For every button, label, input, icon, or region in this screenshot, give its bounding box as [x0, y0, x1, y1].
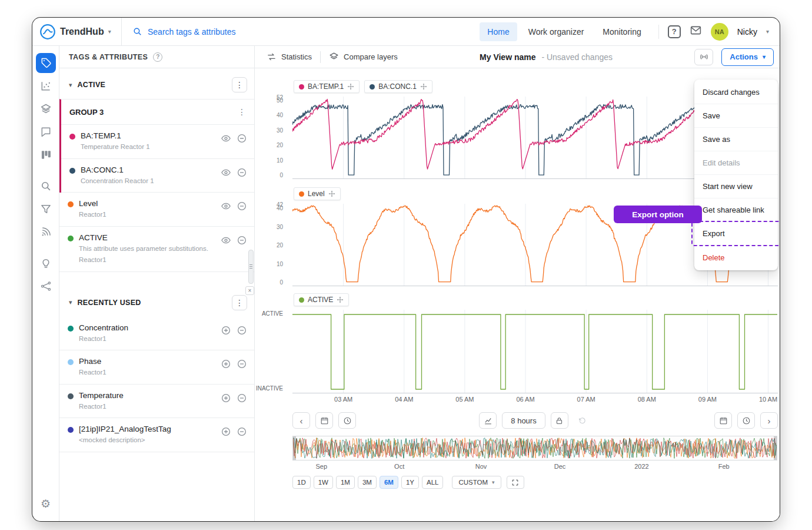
- add-plus-icon[interactable]: [221, 359, 231, 369]
- range-1w-button[interactable]: 1W: [314, 476, 333, 489]
- remove-minus-icon[interactable]: [237, 133, 247, 144]
- visibility-eye-icon[interactable]: [221, 235, 231, 246]
- user-name[interactable]: Nicky: [737, 27, 757, 37]
- add-plus-icon[interactable]: [221, 393, 231, 403]
- ideas-lightbulb-icon[interactable]: [36, 253, 56, 273]
- mail-icon[interactable]: [690, 24, 702, 39]
- nav-work-organizer[interactable]: Work organizer: [521, 22, 592, 41]
- nav-monitoring[interactable]: Monitoring: [595, 22, 648, 41]
- remove-minus-icon[interactable]: [237, 325, 247, 336]
- move-icon[interactable]: [420, 83, 427, 90]
- range-1m-button[interactable]: 1M: [336, 476, 355, 489]
- legend-chip[interactable]: ACTIVE: [294, 293, 349, 306]
- tag-item[interactable]: ACTIVE This attribute uses parameter sub…: [59, 227, 254, 272]
- nav-home[interactable]: Home: [480, 22, 517, 41]
- range-3m-button[interactable]: 3M: [358, 476, 377, 489]
- panel-help-icon[interactable]: ?: [153, 52, 162, 62]
- active-section-menu-icon[interactable]: ⋮: [232, 77, 247, 92]
- remove-minus-icon[interactable]: [237, 201, 247, 211]
- dashboard-icon[interactable]: [36, 145, 56, 165]
- group-menu-icon[interactable]: ⋮: [238, 107, 246, 117]
- analysis-scatter-icon[interactable]: [36, 76, 56, 96]
- range-handle-left[interactable]: [293, 436, 296, 460]
- tag-item[interactable]: Level Reactor1: [59, 193, 254, 227]
- visibility-eye-icon[interactable]: [221, 133, 231, 144]
- move-icon[interactable]: [337, 296, 344, 303]
- avatar[interactable]: NA: [711, 23, 728, 41]
- series-color-dot: [299, 191, 304, 197]
- remove-minus-icon[interactable]: [237, 393, 247, 403]
- recent-item[interactable]: Phase Reactor1: [59, 350, 254, 385]
- add-plus-icon[interactable]: [221, 325, 231, 336]
- end-clock-icon[interactable]: [737, 412, 755, 429]
- menu-item-save-as[interactable]: Save as: [694, 128, 778, 151]
- user-chevron-down-icon[interactable]: ▾: [766, 28, 769, 35]
- range-6m-button[interactable]: 6M: [380, 476, 398, 489]
- rail-search-icon[interactable]: [36, 176, 56, 196]
- tag-item[interactable]: BA:TEMP.1 Temperature Reactor 1: [61, 125, 254, 159]
- section-collapse-icon[interactable]: ▾: [69, 299, 72, 306]
- add-plus-icon[interactable]: [221, 426, 231, 437]
- menu-item-delete[interactable]: Delete: [694, 246, 778, 269]
- pan-left-icon[interactable]: ‹: [292, 412, 310, 429]
- panel-close-icon[interactable]: ×: [245, 286, 254, 295]
- chevron-down-icon[interactable]: ▾: [108, 28, 111, 35]
- layers-icon[interactable]: [36, 99, 56, 119]
- remove-minus-icon[interactable]: [237, 235, 247, 246]
- recent-item[interactable]: Temperature Reactor1: [59, 385, 254, 419]
- trend-slope-icon[interactable]: [479, 412, 497, 429]
- move-icon[interactable]: [347, 83, 354, 90]
- time-window-select[interactable]: 8 hours: [502, 412, 545, 429]
- y-axis-labels: ACTIVE INACTIVE: [255, 310, 288, 393]
- remove-minus-icon[interactable]: [237, 167, 247, 178]
- filter-funnel-icon[interactable]: [36, 199, 56, 219]
- panel-scrollbar-thumb[interactable]: [248, 250, 254, 284]
- actions-button[interactable]: Actions ▾: [721, 48, 774, 66]
- settings-gear-icon[interactable]: ⚙: [36, 494, 56, 514]
- range-1d-button[interactable]: 1D: [292, 476, 311, 489]
- start-calendar-icon[interactable]: [315, 412, 333, 429]
- visibility-eye-icon[interactable]: [221, 201, 231, 211]
- range-custom-button[interactable]: CUSTOM ▾: [452, 476, 501, 489]
- menu-item-get-shareable-link[interactable]: Get shareable link: [694, 198, 778, 222]
- search-input[interactable]: [148, 27, 283, 37]
- tag-color-dot: [68, 427, 74, 433]
- end-calendar-icon[interactable]: [714, 412, 732, 429]
- menu-item-start-new-view[interactable]: Start new view: [694, 175, 778, 198]
- recent-item[interactable]: [21ip]IP21_AnalogTestTag <mocked descrip…: [59, 418, 254, 452]
- graph-nodes-icon[interactable]: [36, 276, 56, 296]
- live-broadcast-icon[interactable]: [694, 49, 713, 65]
- compare-layers-button[interactable]: Compare layers: [329, 52, 398, 62]
- start-clock-icon[interactable]: [338, 412, 356, 429]
- legend-chip[interactable]: BA:TEMP.1: [294, 80, 360, 93]
- expand-icon[interactable]: [507, 476, 524, 489]
- range-all-button[interactable]: ALL: [422, 476, 443, 489]
- visibility-eye-icon[interactable]: [221, 167, 231, 178]
- section-collapse-icon[interactable]: ▾: [69, 81, 72, 89]
- move-icon[interactable]: [328, 190, 335, 197]
- remove-minus-icon[interactable]: [237, 426, 247, 437]
- statistics-button[interactable]: Statistics: [267, 52, 312, 62]
- legend-chip[interactable]: BA:CONC.1: [364, 80, 432, 93]
- brand-menu[interactable]: TrendHub ▾: [32, 18, 122, 45]
- signal-waves-icon[interactable]: [36, 222, 56, 242]
- lock-timespan-icon[interactable]: [551, 412, 568, 429]
- range-1y-button[interactable]: 1Y: [401, 476, 419, 489]
- menu-item-export[interactable]: Export: [694, 222, 778, 246]
- pan-right-icon[interactable]: ›: [760, 412, 778, 429]
- timeline-overview[interactable]: [292, 436, 777, 461]
- help-icon[interactable]: ?: [668, 25, 681, 38]
- recent-section-menu-icon[interactable]: ⋮: [232, 295, 247, 310]
- menu-item-discard-changes[interactable]: Discard changes: [694, 81, 778, 104]
- comments-icon[interactable]: [36, 122, 56, 142]
- tag-color-dot: [68, 236, 74, 241]
- remove-minus-icon[interactable]: [237, 359, 247, 369]
- group-3: GROUP 3 ⋮ BA:TEMP.1 Temperature Reactor …: [59, 99, 254, 193]
- tags-tag-icon[interactable]: [36, 53, 56, 73]
- range-handle-right[interactable]: [774, 436, 777, 460]
- digital-chart[interactable]: ACTIVE INACTIVE: [292, 310, 778, 393]
- tag-item[interactable]: BA:CONC.1 Concentration Reactor 1: [61, 159, 254, 193]
- menu-item-save[interactable]: Save: [694, 104, 778, 128]
- recent-item[interactable]: Concentration Reactor1: [59, 317, 254, 351]
- legend-chip[interactable]: Level: [294, 187, 341, 200]
